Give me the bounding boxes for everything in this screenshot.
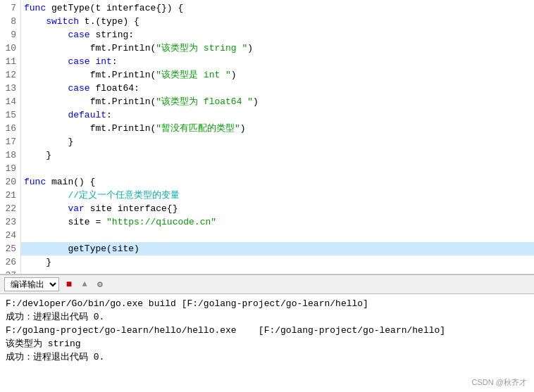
output-select[interactable]: 编译输出 bbox=[4, 277, 59, 291]
code-line-20: func main() { bbox=[21, 175, 534, 189]
ln-14: 14 bbox=[3, 95, 16, 108]
code-line-23: site = "https://qiucode.cn" bbox=[21, 215, 534, 229]
code-line-24 bbox=[21, 229, 534, 242]
code-line-10: fmt.Println("该类型为 string ") bbox=[21, 42, 534, 55]
code-line-13: case float64: bbox=[21, 82, 534, 95]
ln-27: 27 bbox=[3, 269, 16, 274]
output-section: F:/devloper/Go/bin/go.exe build [F:/gola… bbox=[0, 294, 534, 392]
ln-10: 10 bbox=[3, 42, 16, 55]
ln-23: 23 bbox=[3, 215, 16, 229]
code-line-15: default: bbox=[21, 108, 534, 122]
code-line-17: } bbox=[21, 135, 534, 148]
ln-8: 8 bbox=[3, 15, 16, 28]
ln-11: 11 bbox=[3, 55, 16, 68]
code-line-21: //定义一个任意类型的变量 bbox=[21, 189, 534, 202]
ln-20: 20 bbox=[3, 175, 16, 189]
settings-button[interactable]: ⚙ bbox=[94, 279, 106, 290]
code-line-12: fmt.Println("该类型是 int ") bbox=[21, 68, 534, 82]
code-content[interactable]: func getType(t interface{}) { switch t.(… bbox=[21, 0, 534, 274]
code-line-7: func getType(t interface{}) { bbox=[21, 1, 534, 15]
ln-12: 12 bbox=[3, 68, 16, 82]
code-line-18: } bbox=[21, 148, 534, 162]
ln-19: 19 bbox=[3, 162, 16, 175]
csdn-watermark: CSDN @秋齐才 bbox=[472, 377, 527, 388]
output-line-5: 成功：进程退出代码 0. bbox=[6, 350, 528, 364]
output-line-2: 成功：进程退出代码 0. bbox=[6, 310, 528, 324]
ln-16: 16 bbox=[3, 122, 16, 135]
code-line-8: switch t.(type) { bbox=[21, 15, 534, 28]
code-editor: 7 8 9 10 11 12 13 14 15 16 17 18 19 20 2… bbox=[0, 0, 534, 274]
ln-18: 18 bbox=[3, 148, 16, 162]
code-line-9: case string: bbox=[21, 28, 534, 42]
output-line-4: 该类型为 string bbox=[6, 337, 528, 350]
line-numbers: 7 8 9 10 11 12 13 14 15 16 17 18 19 20 2… bbox=[0, 0, 21, 274]
bottom-toolbar: 编译输出 ■ ▲ ⚙ bbox=[0, 274, 534, 294]
code-line-25: getType(site) bbox=[21, 242, 534, 255]
build-button[interactable]: ▲ bbox=[79, 279, 90, 290]
code-line-14: fmt.Println("该类型为 float64 ") bbox=[21, 95, 534, 108]
ln-15: 15 bbox=[3, 108, 16, 122]
ln-25: 25 bbox=[3, 242, 16, 255]
code-line-26: } bbox=[21, 255, 534, 269]
code-line-27 bbox=[21, 269, 534, 274]
code-line-19 bbox=[21, 162, 534, 175]
output-line-3: F:/golang-project/go-learn/hello/hello.e… bbox=[6, 324, 528, 337]
code-line-11: case int: bbox=[21, 55, 534, 68]
ln-9: 9 bbox=[3, 28, 16, 42]
output-line-1: F:/devloper/Go/bin/go.exe build [F:/gola… bbox=[6, 297, 528, 310]
ln-26: 26 bbox=[3, 255, 16, 269]
ln-7: 7 bbox=[3, 1, 16, 15]
stop-button[interactable]: ■ bbox=[63, 279, 75, 290]
ln-21: 21 bbox=[3, 189, 16, 202]
output-area: F:/devloper/Go/bin/go.exe build [F:/gola… bbox=[0, 294, 534, 367]
ln-22: 22 bbox=[3, 202, 16, 215]
code-line-16: fmt.Println("暂没有匹配的类型") bbox=[21, 122, 534, 135]
code-line-22: var site interface{} bbox=[21, 202, 534, 215]
ln-24: 24 bbox=[3, 229, 16, 242]
ln-13: 13 bbox=[3, 82, 16, 95]
ln-17: 17 bbox=[3, 135, 16, 148]
